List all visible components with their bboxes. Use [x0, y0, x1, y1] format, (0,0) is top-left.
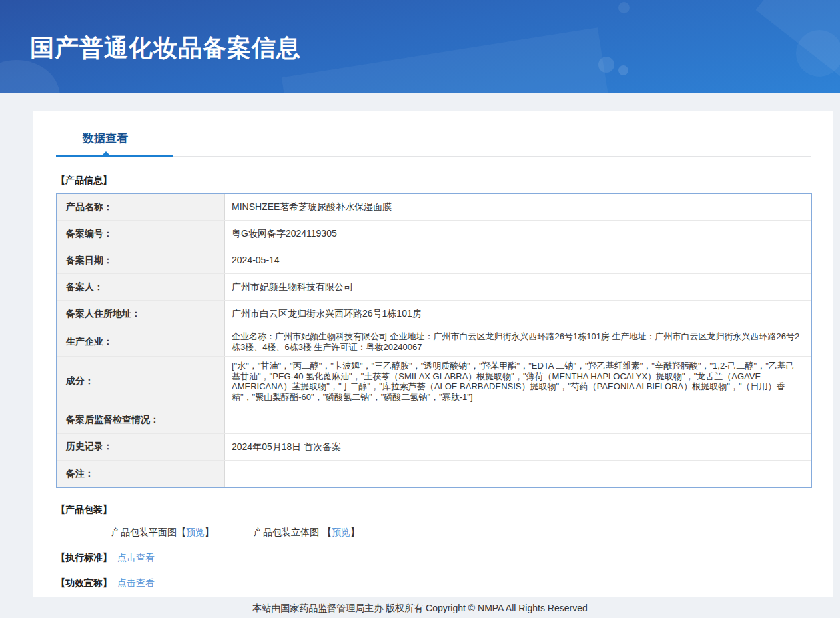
bracket: 【 [177, 527, 186, 537]
row-value: 企业名称：广州市妃颜生物科技有限公司 企业地址：广州市白云区龙归街永兴西环路26… [225, 327, 811, 356]
banner-decoration-circle [618, 2, 630, 13]
packaging-flat-preview-link[interactable]: 预览 [186, 527, 205, 537]
page-banner: 国产普通化妆品备案信息 [0, 0, 840, 93]
footer-copyright: 本站由国家药品监督管理局主办 版权所有 Copyright © NMPA All… [252, 603, 587, 613]
row-value: 广州市妃颜生物科技有限公司 [225, 274, 811, 300]
row-label: 备案人住所地址： [57, 301, 225, 327]
section-product-info: 【产品信息】 [56, 175, 811, 187]
row-label: 备注： [57, 461, 225, 487]
packaging-stereo-label: 产品包装立体图 [254, 527, 319, 537]
row-value: ["水"，"甘油"，"丙二醇"，"卡波姆"，"三乙醇胺"，"透明质酸钠"，"羟苯… [225, 357, 811, 406]
row-label: 备案编号： [57, 221, 225, 247]
tab-bar: 数据查看 [56, 111, 811, 157]
section-standard: 【执行标准】 [56, 552, 112, 563]
row-value: 粤G妆网备字2024119305 [225, 221, 811, 247]
product-info-table: 产品名称： MINSHZEE茗希芝玻尿酸补水保湿面膜 备案编号： 粤G妆网备字2… [56, 193, 812, 488]
row-value: MINSHZEE茗希芝玻尿酸补水保湿面膜 [225, 194, 811, 220]
standard-row: 【执行标准】点击查看 [56, 552, 811, 564]
content-card: 数据查看 【产品信息】 产品名称： MINSHZEE茗希芝玻尿酸补水保湿面膜 备… [33, 111, 833, 616]
banner-decoration-circle [618, 65, 628, 75]
section-efficacy: 【功效宣称】 [56, 577, 112, 588]
row-label: 产品名称： [57, 194, 225, 220]
table-row-registration-date: 备案日期： 2024-05-14 [57, 247, 811, 274]
table-row-registration-number: 备案编号： 粤G妆网备字2024119305 [57, 221, 811, 247]
tab-data-view[interactable]: 数据查看 [83, 131, 128, 146]
table-row-manufacturer: 生产企业： 企业名称：广州市妃颜生物科技有限公司 企业地址：广州市白云区龙归街永… [57, 327, 811, 357]
table-row-remarks: 备注： [57, 461, 811, 487]
bracket: 】 [205, 527, 214, 537]
row-value: 广州市白云区龙归街永兴西环路26号1栋101房 [225, 301, 811, 327]
bracket: 】 [350, 527, 360, 537]
row-value: 2024年05月18日 首次备案 [225, 434, 811, 460]
table-row-registrant-address: 备案人住所地址： 广州市白云区龙归街永兴西环路26号1栋101房 [57, 301, 811, 327]
row-value [225, 407, 811, 433]
row-label: 成分： [57, 357, 225, 406]
row-label: 备案日期： [57, 247, 225, 273]
row-label: 备案人： [57, 274, 225, 300]
banner-decoration [282, 27, 611, 93]
tab-active-underline [56, 155, 173, 157]
banner-decoration-circle [598, 57, 614, 73]
banner-decoration-circle [0, 60, 60, 93]
table-row-ingredients: 成分： ["水"，"甘油"，"丙二醇"，"卡波姆"，"三乙醇胺"，"透明质酸钠"… [57, 357, 811, 407]
efficacy-view-link[interactable]: 点击查看 [117, 577, 155, 588]
table-row-registrant: 备案人： 广州市妃颜生物科技有限公司 [57, 274, 811, 301]
row-value: 2024-05-14 [225, 247, 811, 273]
packaging-flat-label: 产品包装平面图 [111, 527, 177, 537]
row-label: 历史记录： [57, 434, 225, 460]
row-label: 备案后监督检查情况： [57, 407, 225, 433]
table-row-supervision-check: 备案后监督检查情况： [57, 407, 811, 434]
bracket: 【 [322, 527, 332, 537]
row-value [225, 461, 811, 487]
standard-view-link[interactable]: 点击查看 [117, 552, 155, 563]
section-packaging: 【产品包装】 [56, 504, 811, 516]
tab-caret-icon [101, 151, 111, 157]
row-label: 生产企业： [57, 327, 225, 356]
efficacy-row: 【功效宣称】点击查看 [56, 577, 811, 589]
packaging-stereo-preview-link[interactable]: 预览 [332, 527, 350, 537]
table-row-history: 历史记录： 2024年05月18日 首次备案 [57, 434, 811, 461]
table-row-product-name: 产品名称： MINSHZEE茗希芝玻尿酸补水保湿面膜 [57, 194, 811, 221]
page-title: 国产普通化妆品备案信息 [30, 32, 301, 65]
banner-decoration-circle [796, 30, 840, 77]
page-footer: 本站由国家药品监督管理局主办 版权所有 Copyright © NMPA All… [0, 597, 840, 618]
packaging-links-row: 产品包装平面图【预览】产品包装立体图【预览】 [111, 527, 811, 539]
